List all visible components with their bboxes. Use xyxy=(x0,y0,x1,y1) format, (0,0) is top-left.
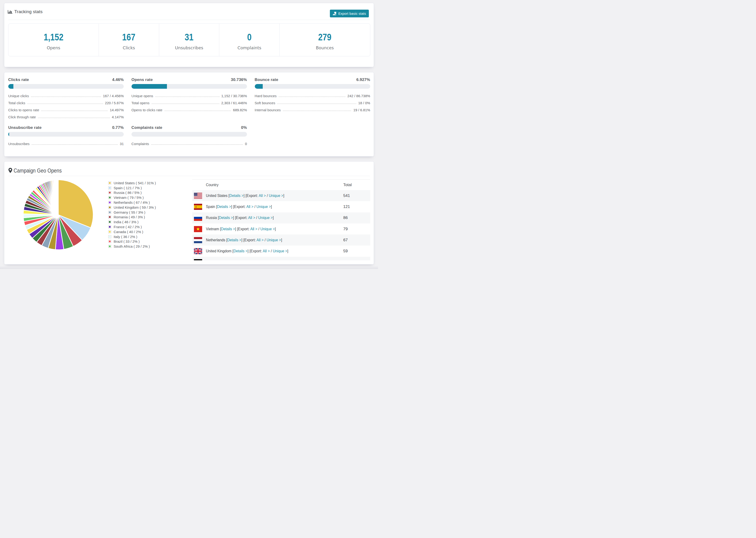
rate-rows: Complaints0 xyxy=(132,140,247,147)
export-unique-link[interactable]: Unique > xyxy=(269,193,283,198)
rate-row: Total clicks220 / 5.87% xyxy=(8,99,124,106)
rate-value: 0.77% xyxy=(112,124,124,131)
rate-row-label: Click through rate xyxy=(8,114,36,121)
export-unique-link[interactable]: Unique > xyxy=(258,215,273,220)
geo-opens-pie-chart[interactable] xyxy=(22,179,94,251)
rate-row-value: 1,152 / 30.736% xyxy=(221,92,247,99)
legend-item-spain[interactable]: Spain ( 121 / 7% ) xyxy=(108,186,156,190)
legend-item-romania[interactable]: Romania ( 49 / 3% ) xyxy=(108,215,156,220)
export-unique-link[interactable]: Unique > xyxy=(262,260,277,260)
rate-row-label: Unique opens xyxy=(132,92,153,99)
rate-row: Opens to clicks rate689.82% xyxy=(132,106,247,113)
rate-header: Clicks rate4.46% xyxy=(8,76,124,83)
export-unique-link[interactable]: Unique > xyxy=(256,204,271,209)
details-link[interactable]: Details > xyxy=(233,249,247,253)
details-link[interactable]: Details > xyxy=(223,260,237,260)
geo-table-row-nl: Netherlands [Details >] [Export: All > /… xyxy=(192,235,370,245)
details-link[interactable]: Details > xyxy=(219,215,233,220)
legend-swatch xyxy=(108,245,111,248)
stat-cell-clicks: 167Clicks xyxy=(99,24,159,56)
export-all-link[interactable]: All > xyxy=(248,215,255,220)
details-link[interactable]: Details > xyxy=(227,238,242,242)
export-unique-link[interactable]: Unique > xyxy=(267,238,281,242)
export-all-link[interactable]: All > xyxy=(259,193,266,198)
rate-progress-fill xyxy=(255,84,263,89)
legend-item-brazil[interactable]: Brazil ( 33 / 2% ) xyxy=(108,239,156,244)
total-cell: 67 xyxy=(343,238,370,242)
legend-label: Brazil ( 33 / 2% ) xyxy=(114,240,140,243)
legend-swatch xyxy=(108,191,111,194)
legend-item-south-africa[interactable]: South Africa ( 29 / 2% ) xyxy=(108,244,156,249)
rate-row-value: 19 / 6.81% xyxy=(353,107,370,114)
stat-label: Unsubscribes xyxy=(175,45,203,51)
legend-item-germany[interactable]: Germany ( 55 / 3% ) xyxy=(108,210,156,215)
map-pin-icon xyxy=(9,168,12,174)
stat-value: 167 xyxy=(122,31,135,43)
pie-legend: United States ( 541 / 31% )Spain ( 121 /… xyxy=(108,181,156,249)
country-name: United Kingdom xyxy=(206,249,232,253)
rate-progress-track xyxy=(132,132,247,136)
export-basic-stats-button[interactable]: Export basic stats xyxy=(330,10,369,17)
flag-nl-icon xyxy=(192,237,206,243)
export-all-link[interactable]: All > xyxy=(250,227,257,231)
export-unique-link[interactable]: Unique > xyxy=(260,227,275,231)
stat-value: 1,152 xyxy=(44,31,63,43)
flag-us-icon xyxy=(192,193,206,199)
legend-item-canada[interactable]: Canada ( 40 / 2% ) xyxy=(108,229,156,234)
geo-table-row-de: Germany [Details >] [Export: All > / Uni… xyxy=(192,257,370,260)
legend-item-russia[interactable]: Russia ( 86 / 5% ) xyxy=(108,190,156,195)
legend-item-india[interactable]: India ( 46 / 3% ) xyxy=(108,219,156,224)
legend-item-france[interactable]: France ( 42 / 2% ) xyxy=(108,224,156,229)
legend-label: United Kingdom ( 59 / 3% ) xyxy=(114,205,156,209)
legend-item-netherlands[interactable]: Netherlands ( 67 / 4% ) xyxy=(108,200,156,205)
export-all-link[interactable]: All > xyxy=(257,238,264,242)
details-link[interactable]: Details > xyxy=(217,204,231,209)
rates-card: Clicks rate4.46%Unique clicks167 / 4.456… xyxy=(4,72,374,157)
legend-item-united-states[interactable]: United States ( 541 / 31% ) xyxy=(108,181,156,186)
legend-item-italy[interactable]: Italy ( 36 / 2% ) xyxy=(108,234,156,239)
rate-row-label: Opens to clicks rate xyxy=(132,107,162,114)
rate-row: Unique opens1,152 / 30.736% xyxy=(132,92,247,99)
rate-header: Unsubscribe rate0.77% xyxy=(8,124,124,131)
rate-block-clicks-rate: Clicks rate4.46%Unique clicks167 / 4.456… xyxy=(8,76,124,120)
export-all-link[interactable]: All > xyxy=(252,260,259,260)
geo-opens-table: CountryTotalUnited States [Details >] [E… xyxy=(192,179,370,260)
legend-item-vietnam[interactable]: Vietnam ( 79 / 5% ) xyxy=(108,195,156,200)
pie-slice[interactable] xyxy=(58,180,58,215)
flag-gb-icon xyxy=(192,248,206,254)
rate-row-label: Total opens xyxy=(132,99,149,107)
legend-item-united-kingdom[interactable]: United Kingdom ( 59 / 3% ) xyxy=(108,205,156,210)
country-name: Netherlands xyxy=(206,238,225,242)
country-cell: Vietnam [Details >] [Export: All > / Uni… xyxy=(206,227,330,232)
rate-row-value: 14.497% xyxy=(110,107,124,114)
rate-row-value: 220 / 5.87% xyxy=(105,99,124,107)
rate-row: Soft bounces18 / 0% xyxy=(255,99,370,106)
rate-row-label: Soft bounces xyxy=(255,99,275,107)
legend-label: Netherlands ( 67 / 4% ) xyxy=(114,200,150,204)
details-link[interactable]: Details > xyxy=(229,193,243,198)
stat-cell-bounces: 279Bounces xyxy=(280,24,370,56)
export-all-link[interactable]: All > xyxy=(263,249,270,253)
total-cell: 121 xyxy=(343,204,370,209)
dotted-leader xyxy=(277,99,356,104)
rate-value: 0% xyxy=(241,124,247,131)
legend-label: Russia ( 86 / 5% ) xyxy=(114,190,141,194)
rate-row-label: Internal bounces xyxy=(255,107,281,114)
legend-swatch xyxy=(108,240,111,243)
details-link[interactable]: Details > xyxy=(221,227,235,231)
geo-table-row-vn: Vietnam [Details >] [Export: All > / Uni… xyxy=(192,224,370,235)
rate-progress-track xyxy=(8,84,124,89)
rate-block-unsubscribe-rate: Unsubscribe rate0.77%Unsubscribes31 xyxy=(8,124,124,147)
export-all-link[interactable]: All > xyxy=(246,204,253,209)
legend-label: Romania ( 49 / 3% ) xyxy=(114,215,145,219)
country-name: Vietnam xyxy=(206,227,219,231)
legend-swatch xyxy=(108,230,111,233)
geo-table-row-ru: Russia [Details >] [Export: All > / Uniq… xyxy=(192,212,370,224)
total-cell: 59 xyxy=(343,249,370,253)
dotted-leader xyxy=(31,92,101,97)
tracking-stats-summary: 1,152Opens167Clicks31Unsubscribes0Compla… xyxy=(8,24,370,56)
export-icon xyxy=(333,12,337,15)
rate-row-value: 31 xyxy=(120,140,124,147)
country-name: United States xyxy=(206,193,228,198)
export-unique-link[interactable]: Unique > xyxy=(273,249,287,253)
